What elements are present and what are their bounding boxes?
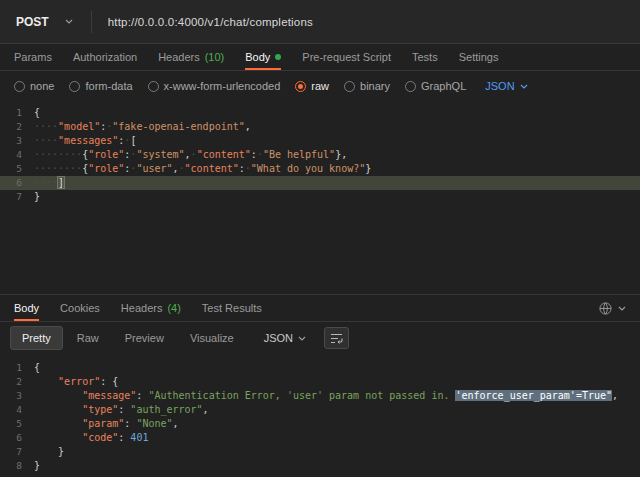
tab-authorization[interactable]: Authorization <box>73 44 137 70</box>
mode-raw[interactable]: raw <box>295 80 329 92</box>
response-options[interactable] <box>599 302 626 315</box>
radio-icon <box>69 81 80 92</box>
code-line[interactable]: 5 "param": "None", <box>0 417 640 431</box>
code-token: , <box>173 418 179 429</box>
code-token: , <box>203 404 209 415</box>
code-token: ] <box>58 177 64 188</box>
code-token: "system" <box>136 149 184 160</box>
radio-icon <box>148 81 159 92</box>
code-line[interactable]: 7} <box>0 190 640 204</box>
line-number: 7 <box>0 445 34 459</box>
line-number: 2 <box>0 375 34 389</box>
body-mode-row: none form-data x-www-form-urlencoded raw… <box>0 71 640 101</box>
tab-body[interactable]: Body <box>245 44 281 70</box>
chevron-down-icon <box>298 336 306 341</box>
line-number: 4 <box>0 148 34 162</box>
response-tab-headers[interactable]: Headers(4) <box>121 295 181 321</box>
code-token: ········ <box>34 149 82 160</box>
code-token <box>34 418 82 429</box>
code-token: "type" <box>82 404 118 415</box>
request-tabs: Params Authorization Headers(10) Body Pr… <box>0 44 640 71</box>
code-token: { <box>34 362 40 373</box>
code-line[interactable]: 4 "type": "auth_error", <box>0 403 640 417</box>
line-number: 3 <box>0 134 34 148</box>
tab-tests[interactable]: Tests <box>412 44 438 70</box>
line-number: 1 <box>0 361 34 375</box>
code-token: { <box>112 376 118 387</box>
code-token <box>34 390 82 401</box>
tab-pre-request-script[interactable]: Pre-request Script <box>302 44 391 70</box>
code-token: "role" <box>88 163 124 174</box>
line-number: 1 <box>0 106 34 120</box>
request-language-select[interactable]: JSON <box>485 80 527 92</box>
code-token: ···· <box>34 177 58 188</box>
code-line[interactable]: 2 "error": { <box>0 375 640 389</box>
code-token: "role" <box>88 149 124 160</box>
code-token: ···· <box>34 121 58 132</box>
code-token: "messages" <box>58 135 118 146</box>
code-line[interactable]: 6 "code": 401 <box>0 431 640 445</box>
code-token: , <box>245 121 251 132</box>
view-raw[interactable]: Raw <box>65 326 111 350</box>
code-token: "What do you know?" <box>251 163 365 174</box>
response-tab-body[interactable]: Body <box>14 295 39 321</box>
code-token: "code" <box>82 432 118 443</box>
line-number: 3 <box>0 389 34 403</box>
code-token: "content" <box>185 163 239 174</box>
code-line[interactable]: 6····] <box>0 176 640 190</box>
line-number: 8 <box>0 459 34 473</box>
line-number: 6 <box>0 176 34 190</box>
response-headers-count: (4) <box>167 302 180 314</box>
headers-count: (10) <box>205 51 225 63</box>
view-pretty[interactable]: Pretty <box>10 326 63 350</box>
code-line[interactable]: 5········{"role":·"user",·"content":·"Wh… <box>0 162 640 176</box>
code-token: "content" <box>197 149 251 160</box>
response-tab-test-results[interactable]: Test Results <box>202 295 262 321</box>
mode-none[interactable]: none <box>14 80 54 92</box>
code-token: } <box>34 460 40 471</box>
code-token: "message" <box>82 390 136 401</box>
response-language-select[interactable]: JSON <box>256 327 314 349</box>
code-token: "model" <box>58 121 100 132</box>
code-token: } <box>365 163 371 174</box>
mode-graphql[interactable]: GraphQL <box>405 80 466 92</box>
code-token: 'enforce_user_param'=True" <box>455 390 612 401</box>
url-input[interactable] <box>108 16 528 28</box>
code-token: } <box>58 446 64 457</box>
view-visualize[interactable]: Visualize <box>178 326 246 350</box>
code-token: 401 <box>130 432 148 443</box>
wrap-text-button[interactable] <box>324 327 349 349</box>
request-body-editor[interactable]: 1{2····"model":·"fake-openai-endpoint",3… <box>0 101 640 294</box>
tab-headers[interactable]: Headers(10) <box>158 44 224 70</box>
text-wrap-icon <box>330 333 343 344</box>
view-preview[interactable]: Preview <box>113 326 176 350</box>
response-body-viewer[interactable]: 1{2 "error": {3 "message": "Authenticati… <box>0 354 640 477</box>
code-line[interactable]: 1{ <box>0 361 640 375</box>
divider <box>91 11 92 33</box>
method-label: POST <box>16 15 49 29</box>
code-line[interactable]: 3····"messages":·[ <box>0 134 640 148</box>
code-line[interactable]: 4········{"role":·"system",·"content":·"… <box>0 148 640 162</box>
mode-x-www-form-urlencoded[interactable]: x-www-form-urlencoded <box>148 80 281 92</box>
response-tab-cookies[interactable]: Cookies <box>60 295 100 321</box>
radio-icon <box>344 81 355 92</box>
mode-form-data[interactable]: form-data <box>69 80 132 92</box>
response-tabs: Body Cookies Headers(4) Test Results <box>0 294 640 322</box>
code-line[interactable]: 7 } <box>0 445 640 459</box>
line-number: 4 <box>0 403 34 417</box>
chevron-down-icon <box>520 84 528 89</box>
code-token: { <box>34 107 40 118</box>
code-token: "user" <box>136 163 172 174</box>
code-line[interactable]: 2····"model":·"fake-openai-endpoint", <box>0 120 640 134</box>
tab-settings[interactable]: Settings <box>459 44 499 70</box>
radio-selected-icon <box>295 81 306 92</box>
body-content-dot-icon <box>275 54 281 60</box>
mode-binary[interactable]: binary <box>344 80 390 92</box>
code-line[interactable]: 1{ <box>0 106 640 120</box>
method-select[interactable]: POST <box>14 11 75 33</box>
chevron-down-icon <box>65 19 73 24</box>
tab-params[interactable]: Params <box>14 44 52 70</box>
code-line[interactable]: 3 "message": "Authentication Error, 'use… <box>0 389 640 403</box>
code-token <box>34 446 58 457</box>
code-line[interactable]: 8} <box>0 459 640 473</box>
